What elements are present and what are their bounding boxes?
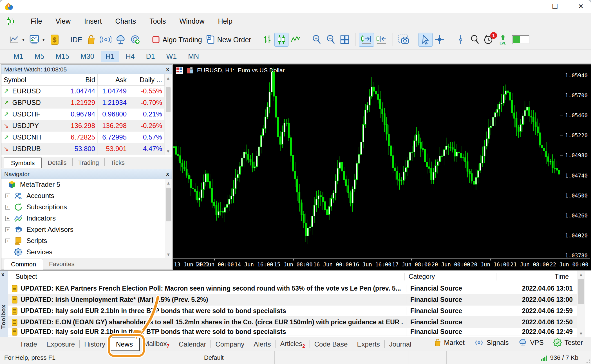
tree-item-subscriptions[interactable]: + Subscriptions [1,201,172,213]
timeframe-m15[interactable]: M15 [51,51,74,62]
menu-charts[interactable]: Charts [109,15,143,28]
menu-help[interactable]: Help [211,15,239,28]
timeframe-m5[interactable]: M5 [30,51,49,62]
market-shortcut-button[interactable]: Market [434,338,465,347]
scroll-down-icon[interactable]: ▼ [577,330,585,337]
menu-file[interactable]: File [24,15,49,28]
tab-company[interactable]: Company [211,339,248,350]
copy-trading-button[interactable] [128,33,143,47]
tree-item-scripts[interactable]: + Scripts [1,235,172,246]
signals-shortcut-button[interactable]: Signals [474,339,509,347]
tab-symbols[interactable]: Symbols [4,158,42,168]
scroll-thumb[interactable] [166,87,171,112]
tree-item-indicators[interactable]: + Indicators [1,213,172,224]
tab-experts[interactable]: Experts [353,339,384,350]
tester-shortcut-button[interactable]: Tester [553,338,583,347]
profiles-button[interactable]: ▼ [8,33,27,47]
scroll-down-icon[interactable]: ▼ [165,251,172,258]
timeframe-h1[interactable]: H1 [101,51,119,62]
news-row[interactable]: UPDATED: Irish Unemployment Rate* (Mar) … [8,294,577,305]
scroll-up-icon[interactable]: ▲ [577,271,585,278]
cursor-button[interactable] [418,33,433,47]
news-row[interactable]: UPDATED: Italy sold EUR 2.1bln in three … [8,328,577,336]
auto-scroll-button[interactable] [359,33,374,47]
window-maximize-button[interactable]: ☐ [550,2,560,11]
tab-mailbox[interactable]: Mailbox7 [140,338,173,351]
tab-trading[interactable]: Trading [73,158,105,168]
column-subject[interactable]: Subject [12,273,405,280]
expand-icon[interactable]: + [5,205,10,210]
tab-common[interactable]: Common [4,259,43,269]
column-category[interactable]: Category [405,273,496,280]
search-button[interactable] [468,33,482,47]
vps-button[interactable] [113,33,128,47]
chart-shift-button[interactable] [374,33,389,47]
new-order-button[interactable]: New Order [204,33,253,47]
market-depth-icon[interactable] [176,67,183,74]
alerts-button[interactable]: 1 [482,33,496,47]
scroll-down-icon[interactable]: ▼ [165,147,171,155]
expand-icon[interactable]: + [5,194,10,198]
tab-exposure[interactable]: Exposure [42,339,79,350]
timeframe-m30[interactable]: M30 [76,51,99,62]
levels-button[interactable]: LVL [496,33,510,47]
status-profile[interactable]: Default [200,351,275,364]
signals-button[interactable] [98,33,113,47]
column-symbol[interactable]: Symbol [1,74,66,86]
market-watch-scrollbar[interactable]: ▲ ▼ [165,74,171,155]
timeframe-m1[interactable]: M1 [9,51,28,62]
tab-favorites[interactable]: Favorites [43,259,80,269]
tree-item-services[interactable]: + Services [1,246,172,258]
line-chart-mode-button[interactable] [288,33,303,47]
algo-trading-button[interactable]: Algo Trading [150,33,204,47]
vps-shortcut-button[interactable]: VPS [518,338,544,347]
menu-insert[interactable]: Insert [77,15,109,28]
close-icon[interactable]: x [1,272,4,278]
tab-alerts[interactable]: Alerts [250,339,275,350]
news-row[interactable]: UPDATED: E.ON (EOAN GY) shareholder is t… [8,317,577,328]
tree-item-metatrader5[interactable]: MetaTrader 5 [1,179,172,190]
resize-grip[interactable] [585,358,590,363]
scroll-up-icon[interactable]: ▲ [165,179,172,187]
expand-icon[interactable]: + [5,216,10,221]
scroll-thumb[interactable] [166,188,171,221]
zoom-out-button[interactable] [324,33,338,47]
indicator-window-button[interactable]: ▼ [27,33,48,47]
scroll-up-icon[interactable]: ▲ [165,74,171,82]
menu-view[interactable]: View [49,15,77,28]
close-icon[interactable]: x [166,171,169,177]
zoom-in-button[interactable] [310,33,324,47]
one-click-trading-icon[interactable] [186,67,194,74]
tree-item-expert-advisors[interactable]: + Expert Advisors [1,224,172,235]
ide-button[interactable]: IDE [69,33,84,47]
expand-icon[interactable]: + [5,227,10,232]
close-icon[interactable]: x [166,66,169,73]
screenshot-button[interactable] [396,33,411,47]
column-bid[interactable]: Bid [66,74,98,86]
timeframe-h4[interactable]: H4 [121,51,140,62]
market-watch-titlebar[interactable]: Market Watch: 10:08:05 x [1,65,172,74]
chart-window[interactable]: 1.059401.057001.054601.052201.049801.047… [173,64,591,271]
tab-details[interactable]: Details [42,158,72,168]
news-scrollbar[interactable]: ▲ ▼ [577,271,585,337]
window-minimize-button[interactable]: — [524,2,534,11]
tree-item-accounts[interactable]: + Accounts [1,190,172,201]
timeframe-w1[interactable]: W1 [162,51,182,62]
column-ask[interactable]: Ask [98,74,129,86]
timeframe-mn[interactable]: MN [183,51,204,62]
deposit-button[interactable]: $ [48,33,62,47]
column-time[interactable]: Time [496,273,573,280]
tab-history[interactable]: History [80,339,109,350]
menu-tools[interactable]: Tools [143,15,173,28]
column-daily[interactable]: Daily ... [129,74,165,86]
news-row[interactable]: UPDATED: Italy sold EUR 2.1bln in three … [8,305,577,317]
navigator-scrollbar[interactable]: ▲ ▼ [165,179,172,258]
bar-chart-mode-button[interactable] [260,33,274,47]
tab-ticks[interactable]: Ticks [105,158,130,168]
navigator-titlebar[interactable]: Navigator x [1,169,172,179]
menu-window[interactable]: Window [173,15,211,28]
news-row[interactable]: UPDATED: KEA Partners French Election Po… [8,283,577,294]
tab-code-base[interactable]: Code Base [310,339,352,350]
tab-trade[interactable]: Trade [16,339,41,350]
vertical-line-tool-button[interactable] [454,33,468,47]
